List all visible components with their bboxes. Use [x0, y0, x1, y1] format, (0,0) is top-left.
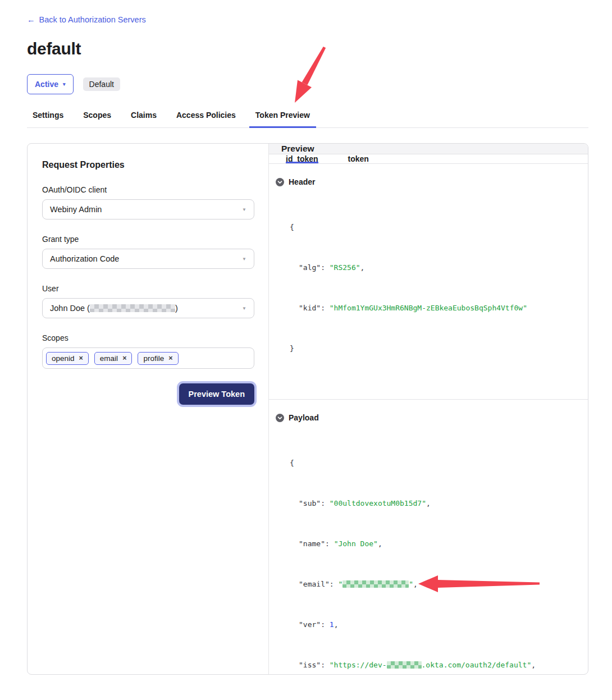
remove-scope-icon[interactable]: × — [122, 355, 126, 362]
json-key: "email" — [299, 580, 330, 588]
tab-access-policies[interactable]: Access Policies — [176, 111, 236, 120]
collapse-chevron-icon[interactable] — [276, 414, 284, 422]
content-card: Request Properties OAuth/OIDC client Web… — [27, 143, 588, 675]
status-label: Active — [35, 80, 58, 89]
scope-chip-profile: profile × — [138, 352, 178, 365]
button-row: Preview Token — [42, 383, 254, 405]
json-key: "kid" — [299, 304, 321, 312]
request-properties-panel: Request Properties OAuth/OIDC client Web… — [28, 144, 269, 674]
grant-type-select[interactable]: Authorization Code ▼ — [42, 249, 254, 269]
json-key: "ver" — [299, 620, 321, 629]
remove-scope-icon[interactable]: × — [79, 355, 83, 362]
main-tabs: Settings Scopes Claims Access Policies T… — [27, 111, 588, 128]
user-value-suffix: ) — [175, 304, 178, 313]
jwt-payload-code: { "sub": "00ultdovexotuM0b15d7", "name":… — [290, 429, 577, 700]
tab-token-preview[interactable]: Token Preview — [255, 111, 310, 120]
grant-type-value: Authorization Code — [50, 254, 242, 263]
code-line: "ver": 1, — [290, 618, 577, 632]
jwt-payload-title: Payload — [289, 413, 319, 422]
user-value-prefix: John Doe ( — [50, 304, 90, 313]
jwt-header-code: { "alg": "RS256", "kid": "hMfom1YmGUx3Hm… — [290, 194, 577, 382]
code-line: "sub": "00ultdovexotuM0b15d7", — [290, 497, 577, 510]
collapse-chevron-icon[interactable] — [276, 178, 284, 186]
code-line: "name": "John Doe", — [290, 537, 577, 551]
default-badge: Default — [83, 77, 120, 91]
json-key: "alg" — [299, 263, 321, 272]
jwt-payload-section: Payload { "sub": "00ultdovexotuM0b15d7",… — [269, 400, 588, 700]
redacted-user-email — [90, 304, 175, 312]
tab-id-token[interactable]: id_token — [286, 154, 318, 163]
tab-scopes[interactable]: Scopes — [83, 111, 111, 120]
redacted-email-value — [342, 580, 409, 588]
json-value: "00ultdovexotuM0b15d7" — [330, 499, 426, 507]
user-value: John Doe () — [50, 304, 242, 313]
jwt-payload-title-row: Payload — [276, 413, 577, 422]
code-line: { — [290, 456, 577, 470]
grant-type-label: Grant type — [42, 235, 254, 244]
code-line: { — [290, 221, 577, 234]
page-title: default — [27, 39, 81, 58]
scopes-label: Scopes — [42, 333, 254, 342]
token-type-tabs: id_token token — [269, 154, 588, 164]
jwt-header-title: Header — [289, 177, 315, 186]
jwt-header-title-row: Header — [276, 177, 577, 186]
preview-panel-title: Preview — [269, 144, 588, 154]
json-key: "sub" — [299, 499, 321, 507]
code-line: "kid": "hMfom1YmGUx3HmR6NBgM-zEBkeaEubos… — [290, 301, 577, 315]
oauth-client-value: Webiny Admin — [50, 205, 242, 214]
tab-claims[interactable]: Claims — [131, 111, 157, 120]
json-key: "iss" — [299, 661, 321, 669]
json-value: "hMfom1YmGUx3HmR6NBgM-zEBkeaEubosBqSph4V… — [330, 304, 527, 312]
json-value: 1 — [330, 620, 334, 629]
scope-chip-label: profile — [143, 354, 164, 363]
request-properties-title: Request Properties — [42, 160, 254, 170]
code-line: } — [290, 342, 577, 355]
back-arrow-icon: ← — [27, 15, 35, 24]
oauth-client-label: OAuth/OIDC client — [42, 185, 254, 194]
scopes-input[interactable]: openid × email × profile × — [42, 347, 254, 369]
chevron-down-icon: ▼ — [242, 257, 246, 262]
json-value: "RS256" — [330, 263, 360, 272]
preview-token-button[interactable]: Preview Token — [179, 383, 254, 405]
chevron-down-icon: ▼ — [242, 207, 246, 212]
chevron-down-icon: ▾ — [63, 82, 66, 87]
red-arrow-token-preview-annotation — [282, 45, 333, 107]
code-line: "iss": "https://dev-.okta.com/oauth2/def… — [290, 658, 577, 672]
token-preview-page: ← Back to Authorization Servers default … — [0, 0, 612, 700]
scope-chip-openid: openid × — [46, 352, 89, 365]
user-select[interactable]: John Doe () ▼ — [42, 298, 254, 318]
preview-panel: Preview id_token token Header { "alg": "… — [269, 144, 588, 674]
jwt-header-section: Header { "alg": "RS256", "kid": "hMfom1Y… — [269, 164, 588, 400]
code-line: "alg": "RS256", — [290, 261, 577, 274]
oauth-client-select[interactable]: Webiny Admin ▼ — [42, 199, 254, 219]
json-value: "John Doe" — [334, 539, 378, 548]
redacted-domain-value — [387, 661, 422, 669]
scope-chip-label: email — [100, 354, 118, 363]
tab-settings[interactable]: Settings — [33, 111, 63, 120]
back-link-label: Back to Authorization Servers — [39, 15, 146, 24]
tab-token[interactable]: token — [348, 154, 369, 163]
user-label: User — [42, 284, 254, 293]
code-line: "email": "", — [290, 578, 577, 591]
status-row: Active ▾ Default — [27, 74, 120, 94]
chevron-down-icon: ▼ — [242, 306, 246, 311]
json-key: "name" — [299, 539, 325, 548]
back-to-authorization-servers-link[interactable]: ← Back to Authorization Servers — [27, 15, 146, 24]
scope-chip-email: email × — [94, 352, 133, 365]
remove-scope-icon[interactable]: × — [168, 355, 172, 362]
scope-chip-label: openid — [52, 354, 75, 363]
status-dropdown-button[interactable]: Active ▾ — [27, 74, 74, 94]
